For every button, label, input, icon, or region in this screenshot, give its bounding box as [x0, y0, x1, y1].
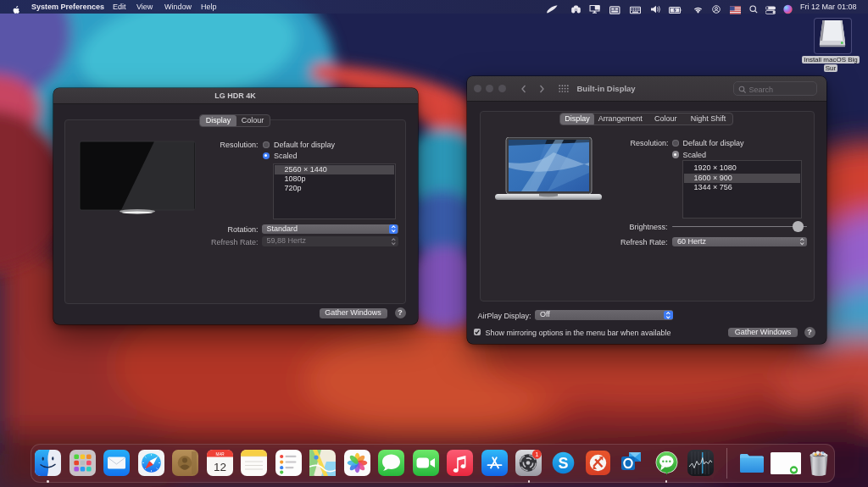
svg-text:1: 1	[536, 450, 539, 457]
svg-text:12: 12	[214, 460, 226, 473]
svg-text:MAR: MAR	[215, 451, 225, 456]
svg-text:S: S	[558, 455, 568, 472]
